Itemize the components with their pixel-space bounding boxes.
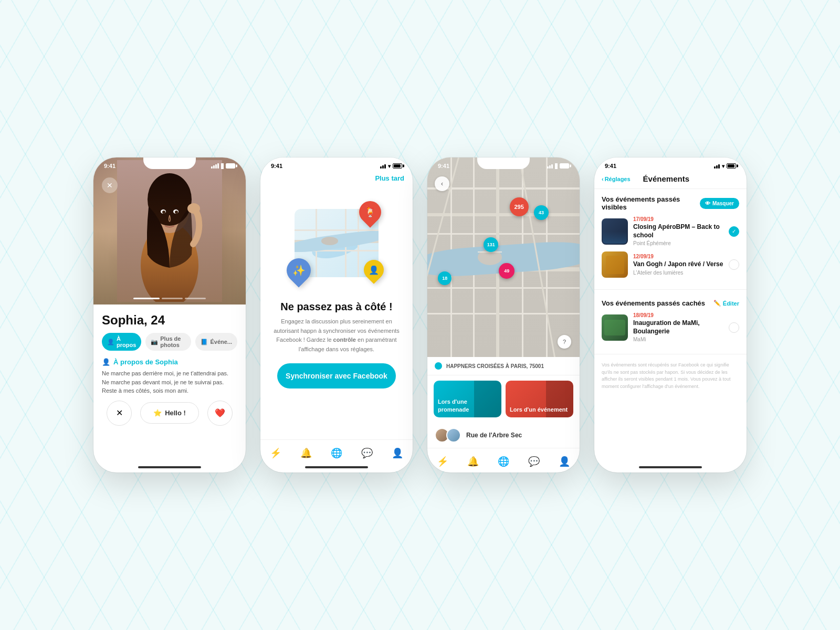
map-back-button[interactable]: ‹ (435, 176, 449, 191)
settings-header: ‹ Réglages Événements (594, 171, 747, 189)
events-icon: 📘 (201, 339, 208, 345)
photo-dots (133, 298, 206, 299)
event-thumb-2 (602, 251, 628, 278)
phone-profile: 9:41 ▾ (93, 158, 246, 472)
battery-icon-2 (393, 163, 402, 169)
sync-desc: Engagez la discussion plus sereinement e… (260, 317, 413, 354)
photos-label: Plus de photos (160, 335, 186, 348)
event-name-1: Closing ApéroBPM – Back to school (633, 223, 723, 239)
tab-photos[interactable]: 📷 Plus de photos (145, 333, 191, 351)
card-label-1: Lors d'une promenade (438, 398, 497, 413)
back-button[interactable]: ‹ Réglages (602, 176, 631, 182)
map-help-button[interactable]: ? (558, 335, 571, 349)
pin-red: 🍹 (359, 201, 381, 226)
about-text: Ne marche pas derrière moi, je ne t'atte… (102, 369, 237, 395)
event-card-promenade[interactable]: Lors d'une promenade (434, 381, 501, 417)
event-info-2: 12/09/19 Van Gogh / Japon rêvé / Verse L… (633, 254, 723, 276)
venue-name: Rue de l'Arbre Sec (466, 432, 522, 439)
star-icon: ⭐ (153, 409, 162, 417)
apropos-label: À propos (117, 335, 136, 348)
event-name-3: Inauguration de MaMi, Boulangerie (633, 319, 723, 335)
photos-icon: 📷 (151, 339, 158, 345)
home-indicator-2 (305, 466, 368, 468)
time-4: 9:41 (605, 163, 616, 169)
edit-icon: ✏️ (713, 300, 721, 307)
visible-section-title: Vos événements passés visibles (602, 195, 700, 211)
event-date-1: 17/09/19 (633, 216, 723, 222)
dot-2 (162, 298, 183, 299)
profile-tabs: 👤 À propos 📷 Plus de photos 📘 Événe... (102, 333, 237, 351)
profile-name: Sophia, 24 (102, 313, 237, 328)
close-button[interactable]: ✕ (102, 177, 118, 193)
apropos-icon: 👤 (107, 339, 114, 345)
status-icons-2: ▾ (380, 163, 402, 169)
marker-18: 18 (438, 271, 452, 285)
nav-profile-2[interactable]: 👤 (387, 445, 407, 461)
wifi-icon-4: ▾ (722, 163, 724, 169)
signal-icon-2 (380, 163, 386, 169)
event-check-2[interactable] (729, 259, 739, 270)
divider-2 (594, 354, 747, 354)
event-thumb-3 (602, 314, 628, 341)
time-2: 9:41 (271, 163, 282, 169)
map-view[interactable]: 295 43 131 18 49 ‹ ? (427, 158, 580, 357)
profile-content: Sophia, 24 👤 À propos 📷 Plus de photos 📘… (93, 304, 246, 463)
editer-button[interactable]: ✏️ Éditer (713, 300, 739, 307)
avatar-2 (446, 428, 461, 443)
hidden-section-title: Vos événements passés cachés (602, 299, 705, 307)
privacy-note: Vos événements sont récupérés sur Facebo… (594, 358, 747, 394)
event-thumb-1 (602, 218, 628, 245)
about-title: 👤 À propos de Sophia (102, 358, 237, 366)
events-label: Événe... (210, 339, 232, 345)
tab-events[interactable]: 📘 Événe... (195, 333, 237, 351)
bottom-nav-3: ⚡ 🔔 🌐 💬 👤 (427, 448, 580, 471)
reject-button[interactable]: ✕ (107, 401, 132, 426)
event-check-3[interactable] (729, 322, 739, 333)
event-cards: Lors d'une promenade Lors d'un événement (427, 375, 580, 423)
masquer-button[interactable]: 👁 Masquer (700, 198, 739, 209)
nav-globe-3[interactable]: 🌐 (494, 454, 513, 469)
marker-295: 295 (510, 197, 529, 216)
venue-row: Rue de l'Arbre Sec (427, 423, 580, 448)
about-icon: 👤 (102, 358, 110, 366)
signal-icon-4 (714, 163, 720, 169)
notch-1 (143, 158, 196, 169)
svg-point-7 (175, 211, 178, 214)
nav-globe-2[interactable]: 🌐 (327, 445, 346, 461)
nav-bell-2[interactable]: 🔔 (296, 445, 316, 461)
hidden-section-header: Vos événements passés cachés ✏️ Éditer (602, 299, 739, 307)
nav-bell-3[interactable]: 🔔 (463, 454, 483, 469)
status-bar-2: 9:41 ▾ (260, 158, 413, 171)
sync-title: Ne passez pas à côté ! (260, 301, 413, 313)
wifi-icon-2: ▾ (388, 163, 391, 169)
sync-button[interactable]: Synchroniser avec Facebook (277, 363, 396, 388)
like-button[interactable]: ❤️ (207, 401, 233, 426)
tab-apropos[interactable]: 👤 À propos (102, 333, 141, 351)
event-card-evenement[interactable]: Lors d'un événement (506, 381, 573, 417)
battery-icon-3 (560, 163, 569, 169)
status-bar-1: 9:41 ▾ (93, 158, 246, 171)
event-venue-3: MaMi (633, 337, 723, 342)
back-chevron-icon: ‹ (602, 176, 604, 182)
event-check-1[interactable]: ✓ (729, 226, 739, 237)
nav-boost-2[interactable]: ⚡ (266, 445, 286, 461)
svg-point-8 (187, 203, 200, 214)
battery-icon-4 (727, 163, 736, 169)
nav-chat-2[interactable]: 💬 (357, 445, 377, 461)
location-dot (435, 362, 442, 370)
event-info-3: 18/09/19 Inauguration de MaMi, Boulanger… (633, 312, 723, 342)
event-date-2: 12/09/19 (633, 254, 723, 259)
nav-boost-3[interactable]: ⚡ (433, 454, 453, 469)
later-link[interactable]: Plus tard (260, 171, 413, 185)
signal-icon-1 (211, 163, 219, 169)
notch-4 (644, 158, 697, 169)
hello-button[interactable]: ⭐ Hello ! (140, 402, 199, 424)
divider-1 (594, 289, 747, 290)
events-scroll: Vos événements passés visibles 👁 Masquer (594, 189, 747, 463)
phone-settings: 9:41 ▾ ‹ Réglages Événements Vos événeme… (594, 158, 747, 472)
nav-chat-3[interactable]: 💬 (524, 454, 544, 469)
nav-profile-3[interactable]: 👤 (554, 454, 574, 469)
phone-map: 9:41 ▾ (427, 158, 580, 472)
event-info-1: 17/09/19 Closing ApéroBPM – Back to scho… (633, 216, 723, 246)
visible-events-section: Vos événements passés visibles 👁 Masquer (594, 189, 747, 286)
